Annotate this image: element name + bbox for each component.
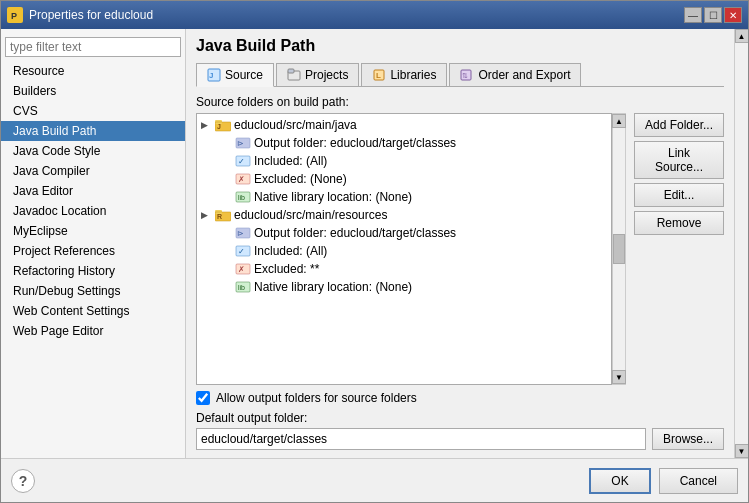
- tree-item-excluded-java-label: Excluded: (None): [254, 172, 347, 186]
- sidebar-item-myeclipse[interactable]: MyEclipse: [1, 221, 185, 241]
- tree-item-native-java[interactable]: lib Native library location: (None): [197, 188, 611, 206]
- allow-output-label: Allow output folders for source folders: [216, 391, 417, 405]
- svg-text:✓: ✓: [238, 247, 245, 256]
- right-scroll-up[interactable]: ▲: [735, 29, 749, 43]
- svg-text:J: J: [209, 71, 213, 80]
- sidebar-item-resource[interactable]: Resource: [1, 61, 185, 81]
- bottom-section: Allow output folders for source folders …: [196, 385, 724, 450]
- remove-button[interactable]: Remove: [634, 211, 724, 235]
- tree-panel[interactable]: ▶ J educloud/src/main/java: [196, 113, 612, 385]
- sidebar-item-builders[interactable]: Builders: [1, 81, 185, 101]
- export-tab-icon: ⇅: [460, 68, 474, 82]
- svg-text:✗: ✗: [238, 175, 245, 184]
- native-icon-2: lib: [235, 279, 251, 295]
- help-button[interactable]: ?: [11, 469, 35, 493]
- link-source-button[interactable]: Link Source...: [634, 141, 724, 179]
- no-arrow-6: [221, 246, 233, 256]
- output-icon-2: ⊳: [235, 225, 251, 241]
- tab-libraries-label: Libraries: [390, 68, 436, 82]
- sidebar-item-java-build-path[interactable]: Java Build Path: [1, 121, 185, 141]
- filter-input[interactable]: [5, 37, 181, 57]
- build-path-area: ▶ J educloud/src/main/java: [196, 113, 724, 385]
- folder-icon-resources: R: [215, 207, 231, 223]
- sidebar-item-java-compiler[interactable]: Java Compiler: [1, 161, 185, 181]
- tree-item-included-res[interactable]: ✓ Included: (All): [197, 242, 611, 260]
- folder-icon-java: J: [215, 117, 231, 133]
- svg-text:lib: lib: [238, 194, 245, 201]
- right-panel: Java Build Path J Source: [186, 29, 734, 458]
- sidebar-item-javadoc[interactable]: Javadoc Location: [1, 201, 185, 221]
- tab-projects[interactable]: Projects: [276, 63, 359, 86]
- svg-text:P: P: [11, 11, 17, 21]
- include-icon-2: ✓: [235, 243, 251, 259]
- tab-source-label: Source: [225, 68, 263, 82]
- expand-arrow-java[interactable]: ▶: [201, 120, 213, 130]
- tree-item-excluded-java[interactable]: ✗ Excluded: (None): [197, 170, 611, 188]
- svg-text:J: J: [217, 123, 221, 130]
- tree-item-output-res[interactable]: ⊳ Output folder: educloud/target/classes: [197, 224, 611, 242]
- minimize-button[interactable]: —: [684, 7, 702, 23]
- window-controls: — ☐ ✕: [684, 7, 742, 23]
- no-arrow-7: [221, 264, 233, 274]
- no-arrow-3: [221, 174, 233, 184]
- right-scroll-down[interactable]: ▼: [735, 444, 749, 458]
- scroll-down-arrow[interactable]: ▼: [612, 370, 626, 384]
- sidebar-item-run-debug[interactable]: Run/Debug Settings: [1, 281, 185, 301]
- close-button[interactable]: ✕: [724, 7, 742, 23]
- tree-scrollbar[interactable]: ▲ ▼: [612, 113, 626, 385]
- tree-item-excluded-res-label: Excluded: **: [254, 262, 319, 276]
- no-arrow-8: [221, 282, 233, 292]
- maximize-button[interactable]: ☐: [704, 7, 722, 23]
- ok-button[interactable]: OK: [589, 468, 650, 494]
- allow-output-checkbox[interactable]: [196, 391, 210, 405]
- right-panel-scrollbar[interactable]: ▲ ▼: [734, 29, 748, 458]
- sidebar: Resource Builders CVS Java Build Path Ja…: [1, 29, 186, 458]
- dialog-footer: ? OK Cancel: [1, 458, 748, 502]
- tree-item-output-java[interactable]: ⊳ Output folder: educloud/target/classes: [197, 134, 611, 152]
- tree-item-resources-label: educloud/src/main/resources: [234, 208, 387, 222]
- sidebar-item-refactoring[interactable]: Refactoring History: [1, 261, 185, 281]
- scroll-up-arrow[interactable]: ▲: [612, 114, 626, 128]
- projects-tab-icon: [287, 68, 301, 82]
- exclude-icon-2: ✗: [235, 261, 251, 277]
- output-folder-input[interactable]: [196, 428, 646, 450]
- tree-item-java-label: educloud/src/main/java: [234, 118, 357, 132]
- svg-text:⊳: ⊳: [237, 229, 244, 238]
- exclude-icon-1: ✗: [235, 171, 251, 187]
- sidebar-item-java-editor[interactable]: Java Editor: [1, 181, 185, 201]
- edit-button[interactable]: Edit...: [634, 183, 724, 207]
- sidebar-item-java-code-style[interactable]: Java Code Style: [1, 141, 185, 161]
- sidebar-item-web-page[interactable]: Web Page Editor: [1, 321, 185, 341]
- sidebar-item-web-content[interactable]: Web Content Settings: [1, 301, 185, 321]
- tab-order-export[interactable]: ⇅ Order and Export: [449, 63, 581, 86]
- tree-item-included-java-label: Included: (All): [254, 154, 327, 168]
- tabs-bar: J Source Projects: [196, 63, 724, 87]
- tree-item-resources[interactable]: ▶ R educloud/src/main/resourc: [197, 206, 611, 224]
- svg-rect-5: [288, 69, 294, 73]
- sidebar-item-cvs[interactable]: CVS: [1, 101, 185, 121]
- tree-item-excluded-res[interactable]: ✗ Excluded: **: [197, 260, 611, 278]
- tab-content: Source folders on build path: ▶: [196, 95, 724, 450]
- panel-title: Java Build Path: [196, 37, 724, 55]
- tree-item-included-res-label: Included: (All): [254, 244, 327, 258]
- tab-source[interactable]: J Source: [196, 63, 274, 87]
- add-folder-button[interactable]: Add Folder...: [634, 113, 724, 137]
- tab-libraries[interactable]: L Libraries: [361, 63, 447, 86]
- cancel-button[interactable]: Cancel: [659, 468, 738, 494]
- no-arrow-5: [221, 228, 233, 238]
- tree-item-java[interactable]: ▶ J educloud/src/main/java: [197, 116, 611, 134]
- tree-item-included-java[interactable]: ✓ Included: (All): [197, 152, 611, 170]
- tree-item-native-res[interactable]: lib Native library location: (None): [197, 278, 611, 296]
- title-bar: P Properties for educloud — ☐ ✕: [1, 1, 748, 29]
- scroll-thumb[interactable]: [613, 234, 625, 264]
- allow-output-row: Allow output folders for source folders: [196, 391, 724, 405]
- expand-arrow-resources[interactable]: ▶: [201, 210, 213, 220]
- sidebar-item-project-references[interactable]: Project References: [1, 241, 185, 261]
- window-title: Properties for educloud: [29, 8, 684, 22]
- app-icon: P: [7, 7, 23, 23]
- svg-text:✓: ✓: [238, 157, 245, 166]
- svg-text:R: R: [217, 213, 222, 220]
- browse-button[interactable]: Browse...: [652, 428, 724, 450]
- source-folders-label: Source folders on build path:: [196, 95, 724, 109]
- include-icon-1: ✓: [235, 153, 251, 169]
